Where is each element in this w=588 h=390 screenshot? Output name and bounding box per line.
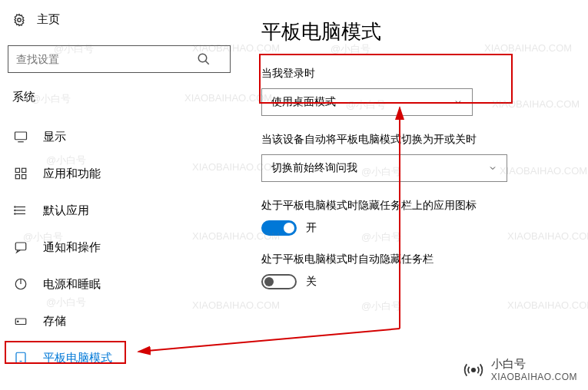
nav-label: 默认应用	[43, 203, 89, 218]
svg-point-13	[15, 210, 16, 211]
nav-label: 电源和睡眠	[43, 277, 101, 292]
svg-rect-5	[15, 168, 19, 172]
search-container	[8, 45, 231, 73]
watermark-logo: 小白号 XIAOBAIHAO.COM	[463, 357, 577, 382]
power-icon	[14, 277, 28, 291]
nav-label: 应用和功能	[43, 167, 101, 181]
svg-rect-8	[22, 175, 26, 179]
home-link[interactable]: 主页	[8, 12, 231, 27]
sidebar-item-notifications[interactable]: 通知和操作	[8, 229, 231, 266]
svg-rect-15	[15, 243, 26, 250]
sidebar-item-default-apps[interactable]: 默认应用	[8, 192, 231, 229]
switch-select[interactable]: 切换前始终询问我	[261, 154, 507, 182]
chevron-down-icon	[488, 164, 497, 173]
nav-label: 存储	[43, 314, 66, 329]
switch-label: 当该设备自动将平板电脑模式切换为开或关时	[261, 133, 565, 147]
sidebar-item-tablet-mode[interactable]: 平板电脑模式	[8, 339, 231, 376]
tablet-icon	[14, 351, 28, 365]
storage-icon	[14, 314, 28, 328]
hide-taskbar-toggle[interactable]	[261, 274, 297, 289]
signin-label: 当我登录时	[261, 67, 565, 81]
svg-line-2	[205, 61, 209, 64]
section-label: 系统	[8, 90, 231, 104]
sidebar-item-apps[interactable]: 应用和功能	[8, 155, 231, 192]
gear-icon	[12, 13, 26, 27]
chat-icon	[14, 240, 28, 254]
svg-rect-7	[15, 175, 19, 179]
hide-icons-label: 处于平板电脑模式时隐藏任务栏上的应用图标	[261, 199, 565, 213]
sidebar-item-display[interactable]: 显示	[8, 118, 231, 155]
svg-point-1	[198, 54, 207, 62]
switch-value: 切换前始终询问我	[271, 161, 357, 175]
hide-taskbar-value: 关	[306, 275, 317, 289]
list-icon	[14, 203, 28, 217]
svg-point-24	[471, 368, 474, 371]
svg-point-19	[18, 321, 19, 322]
sidebar-item-storage[interactable]: 存储	[8, 302, 231, 339]
hide-icons-value: 开	[306, 221, 317, 235]
chevron-down-icon	[453, 98, 463, 107]
apps-icon	[14, 167, 28, 180]
nav-label: 显示	[43, 130, 66, 144]
svg-rect-3	[15, 132, 27, 140]
svg-point-12	[15, 207, 16, 208]
nav-label: 平板电脑模式	[43, 351, 112, 365]
svg-point-14	[15, 213, 16, 215]
hide-taskbar-label: 处于平板电脑模式时自动隐藏任务栏	[261, 253, 565, 266]
broadcast-icon	[463, 360, 483, 380]
monitor-icon	[14, 130, 28, 144]
signin-value: 使用桌面模式	[271, 95, 336, 109]
nav-label: 通知和操作	[43, 240, 101, 255]
svg-rect-6	[22, 168, 26, 172]
svg-point-0	[18, 18, 22, 21]
hide-icons-toggle[interactable]	[261, 220, 297, 236]
sidebar-item-power[interactable]: 电源和睡眠	[8, 266, 231, 302]
search-icon	[197, 52, 211, 66]
home-label: 主页	[37, 12, 60, 27]
page-title: 平板电脑模式	[261, 18, 565, 45]
signin-select[interactable]: 使用桌面模式	[261, 88, 473, 116]
